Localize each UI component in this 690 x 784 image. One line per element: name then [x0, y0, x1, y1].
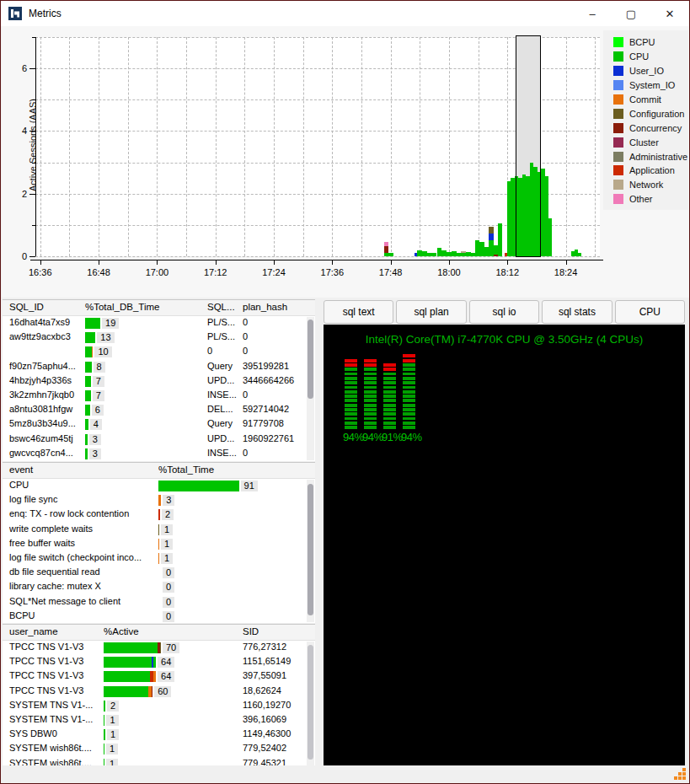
table-row[interactable]: 3k2zmhn7jkqb07INSE...0 [3, 389, 315, 403]
table-row[interactable]: TPCC TNS V1-V364397,55091 [3, 669, 315, 684]
value-bar-cell: 0 [158, 567, 174, 578]
table-row[interactable]: TPCC TNS V1-V36018,62624 [3, 685, 315, 699]
legend-item: Configuration [613, 106, 688, 121]
table-row[interactable]: TPCC TNS V1-V3641151,65149 [3, 655, 315, 669]
table-row[interactable]: enq: TX - row lock contention2 [3, 507, 315, 522]
close-button[interactable]: ✕ [650, 1, 689, 26]
event-cell: free buffer waits [9, 538, 154, 548]
legend-item: Commit [613, 93, 688, 107]
value-bar-cell: 1 [104, 744, 118, 754]
table-row[interactable]: 1000 [3, 345, 315, 359]
scrollbar-thumb[interactable] [308, 484, 313, 615]
value-bar-segment [158, 553, 159, 564]
tab-sql-stats[interactable]: sql stats [542, 300, 612, 324]
table-row[interactable]: a8ntu3081hfgw6DEL...592714042 [3, 403, 315, 417]
table-row[interactable]: bswc46zum45tj3UPD...1960922761 [3, 432, 315, 447]
legend-item: Other [613, 192, 688, 207]
v-gridline [244, 37, 245, 256]
tab-sql-plan[interactable]: sql plan [396, 300, 466, 324]
zoom-selection-box[interactable] [516, 35, 541, 257]
v-gridline [361, 37, 362, 256]
concurrency-swatch-icon [613, 123, 623, 133]
x-major-tick [157, 260, 158, 265]
table-row[interactable]: 16dhat4ta7xs919PL/S...0 [3, 316, 315, 330]
x-major-tick [332, 260, 333, 265]
y-tick-label: 2 [10, 189, 27, 199]
minimize-button[interactable]: – [573, 1, 612, 26]
chart-plot-area[interactable] [35, 37, 600, 256]
tab-sql-text[interactable]: sql text [324, 300, 393, 324]
table-row[interactable]: TPCC TNS V1-V370776,27312 [3, 641, 315, 655]
meter-segment-green [403, 426, 415, 429]
table-row[interactable]: log file sync3 [3, 493, 315, 507]
table-row[interactable]: free buffer waits1 [3, 537, 315, 551]
value-badge: 1 [161, 524, 173, 535]
scrollbar-thumb[interactable] [308, 645, 313, 759]
resize-grip[interactable] [674, 768, 687, 781]
table-row[interactable]: SYSTEM TNS V1-...21160,19270 [3, 699, 315, 713]
sql_type-cell: INSE... [207, 389, 241, 400]
table-row[interactable]: aw9ttz9acxbc313PL/S...0 [3, 330, 315, 345]
value-bar-segment [104, 671, 150, 682]
meter-segment-green [403, 386, 415, 389]
aas-bar-segment [384, 246, 389, 253]
value-badge: 13 [97, 332, 114, 343]
y-tick-label: 6 [10, 63, 27, 73]
sql-table: SQL_ID%Total_DB_TimeSQL...plan_hash16dha… [3, 299, 315, 461]
table-row[interactable]: library cache: mutex X0 [3, 580, 315, 594]
table-row[interactable]: log file switch (checkpoint inco...1 [3, 551, 315, 566]
value-badge: 7 [93, 376, 104, 387]
vertical-scrollbar[interactable] [307, 642, 314, 765]
table-row[interactable]: 5mz8u3b34u9...4Query91779708 [3, 417, 315, 432]
meter-segment-green [403, 417, 415, 421]
table-row[interactable]: SYSTEM TNS V1-...1396,16069 [3, 713, 315, 728]
value-bar-segment [85, 346, 92, 357]
table-row[interactable]: db file sequential read0 [3, 566, 315, 580]
grip-dot [682, 776, 686, 780]
table-row[interactable]: 4hbzjyh4p336s7UPD...3446664266 [3, 374, 315, 389]
table-row[interactable]: write complete waits1 [3, 523, 315, 537]
v-gridline [40, 37, 41, 256]
value-badge: 4 [90, 419, 102, 430]
value-bar [158, 495, 161, 506]
y-tick-label: 4 [10, 126, 27, 136]
legend-label: BCPU [629, 37, 655, 47]
value-bar [85, 362, 92, 373]
maximize-button[interactable]: ▢ [612, 1, 650, 26]
value-bar [85, 346, 93, 357]
sid-cell: 1149,46300 [243, 728, 310, 738]
meter-segment-green [403, 363, 415, 367]
y-axis-line [35, 37, 36, 256]
meter-segment-green [383, 381, 396, 384]
user-table: user_name%ActiveSIDTPCC TNS V1-V370776,2… [3, 624, 315, 766]
cpu-load-percent: 94% [401, 431, 420, 443]
value-bar-cell: 2 [104, 701, 119, 712]
table-row[interactable]: SYS DBW011149,46300 [3, 728, 315, 742]
meter-segment-green [364, 373, 377, 376]
value-bar [104, 657, 156, 668]
legend-label: Network [629, 180, 663, 190]
value-bar [104, 686, 152, 697]
tab-sql-io[interactable]: sql io [469, 300, 539, 324]
aas-bar-segment [384, 242, 389, 247]
event-cell: enq: TX - row lock contention [9, 508, 154, 518]
vertical-scrollbar[interactable] [307, 480, 314, 622]
table-row[interactable]: CPU91 [3, 479, 315, 493]
table-row[interactable]: gwcvcq87cn4...3INSE...0 [3, 447, 315, 461]
sid-cell: 779,52402 [243, 743, 310, 753]
application-swatch-icon [613, 165, 623, 175]
table-row[interactable]: SYSTEM wish86t....1779,52402 [3, 742, 315, 756]
value-bar-cell: 2 [158, 509, 174, 520]
table-row[interactable]: SQL*Net message to client0 [3, 595, 315, 609]
vertical-scrollbar[interactable] [307, 317, 314, 460]
tab-cpu[interactable]: CPU [615, 300, 685, 324]
sql_id-cell: gwcvcq87cn4... [9, 448, 83, 458]
meter-segment-red [345, 363, 357, 367]
cpu-core-meter [345, 359, 357, 429]
scrollbar-thumb[interactable] [308, 320, 313, 399]
value-bar [85, 318, 100, 329]
value-bar [158, 524, 159, 535]
value-bar-cell: 1 [158, 539, 173, 550]
table-row[interactable]: BCPU0 [3, 609, 315, 623]
table-row[interactable]: f90zn75aphu4...8Query395199281 [3, 360, 315, 374]
